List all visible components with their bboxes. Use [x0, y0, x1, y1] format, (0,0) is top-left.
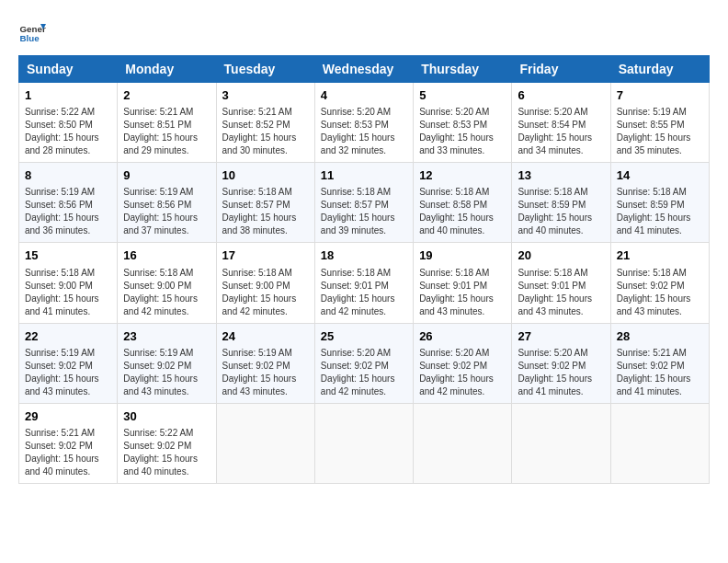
- table-row: 16 Sunrise: 5:18 AMSunset: 9:00 PMDaylig…: [118, 243, 216, 323]
- table-row: 18 Sunrise: 5:18 AMSunset: 9:01 PMDaylig…: [314, 243, 413, 323]
- logo-icon: General Blue: [18, 18, 46, 46]
- day-info: Sunrise: 5:19 AMSunset: 9:02 PMDaylight:…: [123, 348, 198, 396]
- day-number: 1: [25, 87, 111, 104]
- day-info: Sunrise: 5:19 AMSunset: 8:56 PMDaylight:…: [123, 187, 198, 236]
- table-row: 15 Sunrise: 5:18 AMSunset: 9:00 PMDaylig…: [19, 243, 118, 323]
- table-row: 1 Sunrise: 5:22 AMSunset: 8:50 PMDayligh…: [19, 83, 118, 163]
- table-row: 21 Sunrise: 5:18 AMSunset: 9:02 PMDaylig…: [610, 243, 709, 323]
- day-number: 18: [321, 247, 407, 264]
- day-info: Sunrise: 5:18 AMSunset: 9:00 PMDaylight:…: [123, 268, 198, 316]
- day-info: Sunrise: 5:21 AMSunset: 8:52 PMDaylight:…: [222, 107, 297, 155]
- day-info: Sunrise: 5:18 AMSunset: 8:57 PMDaylight:…: [321, 187, 395, 236]
- day-info: Sunrise: 5:19 AMSunset: 9:02 PMDaylight:…: [222, 348, 297, 396]
- table-row: 4 Sunrise: 5:20 AMSunset: 8:53 PMDayligh…: [314, 83, 413, 163]
- table-row: 10 Sunrise: 5:18 AMSunset: 8:57 PMDaylig…: [216, 163, 314, 243]
- day-info: Sunrise: 5:18 AMSunset: 8:58 PMDaylight:…: [419, 187, 494, 236]
- day-number: 24: [222, 328, 309, 345]
- table-row: 12 Sunrise: 5:18 AMSunset: 8:58 PMDaylig…: [414, 163, 512, 243]
- table-row: 25 Sunrise: 5:20 AMSunset: 9:02 PMDaylig…: [314, 323, 413, 403]
- table-row: 3 Sunrise: 5:21 AMSunset: 8:52 PMDayligh…: [216, 83, 314, 163]
- calendar: SundayMondayTuesdayWednesdayThursdayFrid…: [18, 55, 710, 484]
- day-number: 4: [321, 87, 407, 104]
- day-info: Sunrise: 5:19 AMSunset: 8:55 PMDaylight:…: [617, 107, 691, 155]
- table-row: 17 Sunrise: 5:18 AMSunset: 9:00 PMDaylig…: [216, 243, 314, 323]
- day-info: Sunrise: 5:22 AMSunset: 9:02 PMDaylight:…: [123, 428, 198, 477]
- day-number: 9: [123, 167, 210, 184]
- day-header-thursday: Thursday: [414, 56, 512, 83]
- day-info: Sunrise: 5:18 AMSunset: 8:59 PMDaylight:…: [617, 187, 691, 236]
- table-row: 13 Sunrise: 5:18 AMSunset: 8:59 PMDaylig…: [512, 163, 610, 243]
- day-info: Sunrise: 5:18 AMSunset: 9:00 PMDaylight:…: [222, 268, 297, 316]
- table-row: 28 Sunrise: 5:21 AMSunset: 9:02 PMDaylig…: [610, 323, 709, 403]
- day-number: 10: [222, 167, 309, 184]
- table-row: 30 Sunrise: 5:22 AMSunset: 9:02 PMDaylig…: [118, 403, 216, 483]
- day-number: 2: [123, 87, 210, 104]
- table-row: 7 Sunrise: 5:19 AMSunset: 8:55 PMDayligh…: [610, 83, 709, 163]
- table-row: 9 Sunrise: 5:19 AMSunset: 8:56 PMDayligh…: [118, 163, 216, 243]
- day-number: 25: [321, 328, 407, 345]
- day-info: Sunrise: 5:20 AMSunset: 9:02 PMDaylight:…: [419, 348, 494, 396]
- table-row: [314, 403, 413, 483]
- table-row: [216, 403, 314, 483]
- day-number: 13: [518, 167, 604, 184]
- day-header-monday: Monday: [118, 56, 216, 83]
- day-info: Sunrise: 5:21 AMSunset: 9:02 PMDaylight:…: [25, 428, 99, 477]
- day-number: 14: [617, 167, 703, 184]
- day-info: Sunrise: 5:22 AMSunset: 8:50 PMDaylight:…: [25, 107, 99, 155]
- table-row: 6 Sunrise: 5:20 AMSunset: 8:54 PMDayligh…: [512, 83, 610, 163]
- day-info: Sunrise: 5:20 AMSunset: 8:53 PMDaylight:…: [321, 107, 395, 155]
- day-number: 30: [123, 408, 210, 425]
- table-row: 22 Sunrise: 5:19 AMSunset: 9:02 PMDaylig…: [19, 323, 118, 403]
- day-info: Sunrise: 5:18 AMSunset: 8:57 PMDaylight:…: [222, 187, 297, 236]
- day-info: Sunrise: 5:20 AMSunset: 9:02 PMDaylight:…: [518, 348, 592, 396]
- table-row: 20 Sunrise: 5:18 AMSunset: 9:01 PMDaylig…: [512, 243, 610, 323]
- day-header-friday: Friday: [512, 56, 610, 83]
- day-number: 20: [518, 247, 604, 264]
- day-info: Sunrise: 5:18 AMSunset: 9:02 PMDaylight:…: [617, 268, 691, 316]
- day-number: 27: [518, 328, 604, 345]
- table-row: 24 Sunrise: 5:19 AMSunset: 9:02 PMDaylig…: [216, 323, 314, 403]
- day-number: 22: [25, 328, 111, 345]
- day-number: 8: [25, 167, 111, 184]
- table-row: 29 Sunrise: 5:21 AMSunset: 9:02 PMDaylig…: [19, 403, 118, 483]
- day-info: Sunrise: 5:21 AMSunset: 9:02 PMDaylight:…: [617, 348, 691, 396]
- day-number: 21: [617, 247, 703, 264]
- day-info: Sunrise: 5:19 AMSunset: 8:56 PMDaylight:…: [25, 187, 99, 236]
- day-number: 6: [518, 87, 604, 104]
- day-number: 12: [419, 167, 506, 184]
- day-number: 29: [25, 408, 111, 425]
- day-info: Sunrise: 5:18 AMSunset: 8:59 PMDaylight:…: [518, 187, 592, 236]
- day-number: 11: [321, 167, 407, 184]
- day-number: 23: [123, 328, 210, 345]
- table-row: 2 Sunrise: 5:21 AMSunset: 8:51 PMDayligh…: [118, 83, 216, 163]
- table-row: [414, 403, 512, 483]
- table-row: 11 Sunrise: 5:18 AMSunset: 8:57 PMDaylig…: [314, 163, 413, 243]
- day-number: 17: [222, 247, 309, 264]
- table-row: 23 Sunrise: 5:19 AMSunset: 9:02 PMDaylig…: [118, 323, 216, 403]
- day-number: 19: [419, 247, 506, 264]
- table-row: [610, 403, 709, 483]
- svg-text:Blue: Blue: [20, 33, 40, 43]
- table-row: 27 Sunrise: 5:20 AMSunset: 9:02 PMDaylig…: [512, 323, 610, 403]
- day-number: 16: [123, 247, 210, 264]
- day-header-saturday: Saturday: [610, 56, 709, 83]
- table-row: 19 Sunrise: 5:18 AMSunset: 9:01 PMDaylig…: [414, 243, 512, 323]
- day-header-tuesday: Tuesday: [216, 56, 314, 83]
- day-info: Sunrise: 5:19 AMSunset: 9:02 PMDaylight:…: [25, 348, 99, 396]
- day-header-wednesday: Wednesday: [314, 56, 413, 83]
- day-info: Sunrise: 5:18 AMSunset: 9:00 PMDaylight:…: [25, 268, 99, 316]
- day-info: Sunrise: 5:18 AMSunset: 9:01 PMDaylight:…: [518, 268, 592, 316]
- table-row: 26 Sunrise: 5:20 AMSunset: 9:02 PMDaylig…: [414, 323, 512, 403]
- day-number: 5: [419, 87, 506, 104]
- day-info: Sunrise: 5:21 AMSunset: 8:51 PMDaylight:…: [123, 107, 198, 155]
- day-info: Sunrise: 5:20 AMSunset: 8:54 PMDaylight:…: [518, 107, 592, 155]
- table-row: 14 Sunrise: 5:18 AMSunset: 8:59 PMDaylig…: [610, 163, 709, 243]
- day-info: Sunrise: 5:20 AMSunset: 8:53 PMDaylight:…: [419, 107, 494, 155]
- logo: General Blue: [18, 18, 51, 46]
- day-number: 7: [617, 87, 703, 104]
- day-number: 3: [222, 87, 309, 104]
- table-row: 8 Sunrise: 5:19 AMSunset: 8:56 PMDayligh…: [19, 163, 118, 243]
- day-number: 28: [617, 328, 703, 345]
- table-row: [512, 403, 610, 483]
- day-number: 15: [25, 247, 111, 264]
